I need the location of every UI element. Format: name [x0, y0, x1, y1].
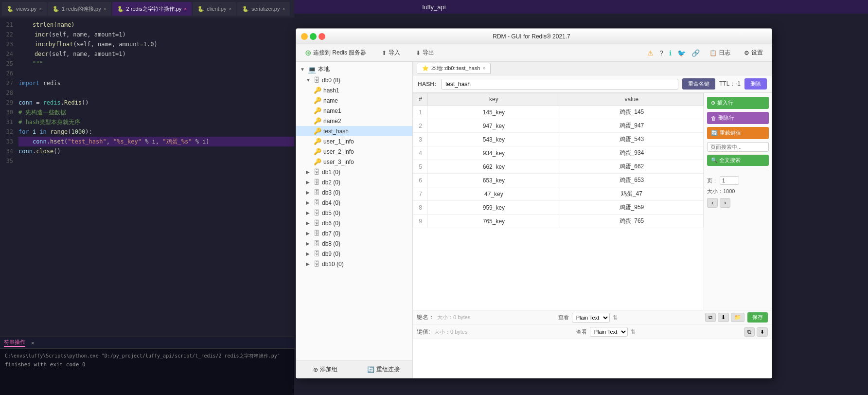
editor-tab-views[interactable]: 🐍 views.py ×	[2, 2, 47, 16]
sidebar-item-name[interactable]: 🔑 name	[296, 95, 412, 106]
sidebar-item-db8[interactable]: ▶ 🗄 db8 (0)	[296, 238, 412, 249]
reload-value-button[interactable]: 🔄 重载键值	[707, 127, 769, 139]
sidebar-item-user2-info[interactable]: 🔑 user_2_info	[296, 146, 412, 157]
delete-row-button[interactable]: 🗑 删除行	[707, 112, 769, 124]
expand-icon: ▶	[306, 169, 312, 175]
close-button[interactable]	[319, 33, 325, 40]
export-button[interactable]: ⬇ 导出	[412, 47, 438, 58]
server-icon: 💻	[308, 66, 316, 73]
window-controls	[301, 33, 325, 40]
page-label: 页：	[707, 177, 718, 184]
link-icon[interactable]: 🔗	[691, 49, 700, 57]
sidebar-item-db5[interactable]: ▶ 🗄 db5 (0)	[296, 208, 412, 218]
table-row[interactable]: 4 934_key 鸡蛋_934	[413, 146, 704, 160]
editor-tab-redis-connect[interactable]: 🐍 1 redis的连接.py ×	[48, 2, 111, 16]
table-row[interactable]: 6 653_key 鸡蛋_653	[413, 174, 704, 187]
hash-tab[interactable]: ⭐ 本地::db0::test_hash ×	[417, 63, 491, 74]
editor-tab-client[interactable]: 🐍 client.py ×	[193, 2, 236, 16]
key-name-input[interactable]	[441, 79, 678, 90]
key-upload-button[interactable]: 📁	[731, 313, 744, 322]
row-key: 934_key	[428, 146, 560, 160]
key-icon: 🔑	[314, 107, 321, 114]
expand-db0-icon: ▼	[306, 77, 312, 83]
reconnect-button[interactable]: 🔄 重组连接	[354, 361, 413, 378]
editor-tab-serializer[interactable]: 🐍 serializer.py ×	[237, 2, 290, 16]
key-download-button[interactable]: ⬇	[718, 313, 729, 322]
delete-key-button[interactable]: 删除	[744, 78, 767, 90]
settings-button[interactable]: ⚙ 设置	[740, 47, 767, 58]
expand-icon: ▶	[306, 261, 312, 267]
row-num: 7	[413, 187, 428, 201]
sidebar-item-db7[interactable]: ▶ 🗄 db7 (0)	[296, 228, 412, 238]
tab-close-button[interactable]: ×	[482, 66, 485, 71]
import-button[interactable]: ⬆ 导入	[378, 47, 404, 58]
terminal: 符串操作 × C:\envs\luffy\Scripts\python.exe …	[0, 337, 294, 395]
page-search-input[interactable]	[707, 142, 769, 152]
twitter-icon[interactable]: 🐦	[677, 49, 686, 57]
key-format-select[interactable]: Plain Text	[572, 313, 610, 323]
table-row[interactable]: 8 959_key 鸡蛋_959	[413, 201, 704, 215]
value-editor-area[interactable]	[413, 339, 772, 378]
sidebar-item-hash1[interactable]: 🔑 hash1	[296, 85, 412, 95]
db7-label: db7 (0)	[322, 230, 340, 237]
add-group-label: 添加组	[320, 365, 337, 374]
table-row[interactable]: 3 543_key 鸡蛋_543	[413, 133, 704, 146]
editor-tab-string-ops[interactable]: 🐍 2 redis之字符串操作.py ×	[112, 2, 192, 16]
full-search-button[interactable]: 🔍 全文搜索	[707, 155, 769, 166]
sidebar-footer: ⊕ 添加组 🔄 重组连接	[296, 360, 412, 378]
tab-close-icon[interactable]: ×	[184, 6, 187, 12]
maximize-button[interactable]	[310, 33, 317, 40]
sidebar-item-db2[interactable]: ▶ 🗄 db2 (0)	[296, 177, 412, 187]
sidebar-item-user1-info[interactable]: 🔑 user_1_info	[296, 136, 412, 146]
key-copy-button[interactable]: ⧉	[705, 313, 716, 322]
page-input[interactable]	[720, 176, 739, 185]
sidebar-item-db9[interactable]: ▶ 🗄 db9 (0)	[296, 249, 412, 259]
key-name2-label: name2	[323, 118, 341, 125]
terminal-tab-label[interactable]: 符串操作	[4, 339, 25, 347]
sidebar-item-local[interactable]: ▼ 💻 本地	[296, 64, 412, 75]
value-format-select[interactable]: Plain Text	[590, 327, 628, 337]
row-value: 鸡蛋_543	[560, 133, 703, 146]
db-icon: 🗄	[314, 209, 320, 216]
insert-row-label: 插入行	[717, 99, 733, 107]
key-icon: 🔑	[314, 127, 321, 135]
minimize-button[interactable]	[301, 33, 308, 40]
sidebar-item-db10[interactable]: ▶ 🗄 db10 (0)	[296, 259, 412, 269]
add-group-button[interactable]: ⊕ 添加组	[296, 361, 354, 378]
value-copy-button[interactable]: ⧉	[744, 327, 755, 337]
next-page-button[interactable]: ›	[720, 198, 730, 208]
sidebar-item-db1[interactable]: ▶ 🗄 db1 (0)	[296, 167, 412, 177]
sidebar-item-name2[interactable]: 🔑 name2	[296, 116, 412, 126]
table-row[interactable]: 2 947_key 鸡蛋_947	[413, 119, 704, 133]
table-row[interactable]: 1 145_key 鸡蛋_145	[413, 106, 704, 119]
sidebar-item-test-hash[interactable]: 🔑 test_hash	[296, 126, 412, 136]
rdm-main: ⭐ 本地::db0::test_hash × HASH: 重命名键 TTL：-1…	[413, 62, 772, 378]
info-icon[interactable]: ℹ	[669, 49, 672, 57]
value-download-button[interactable]: ⬇	[757, 327, 768, 337]
sidebar-item-db6[interactable]: ▶ 🗄 db6 (0)	[296, 218, 412, 228]
sidebar-item-db3[interactable]: ▶ 🗄 db3 (0)	[296, 187, 412, 198]
insert-row-button[interactable]: ⊕ 插入行	[707, 97, 769, 109]
table-row[interactable]: 5 662_key 鸡蛋_662	[413, 160, 704, 174]
terminal-close-icon[interactable]: ×	[31, 340, 34, 346]
sidebar-item-db0[interactable]: ▼ 🗄 db0 (8)	[296, 75, 412, 85]
rename-key-button[interactable]: 重命名键	[682, 78, 715, 90]
data-table-scroll[interactable]: # key value 1 145_key 鸡蛋_145 2 947_key 鸡…	[413, 93, 704, 310]
key-icon: 🔑	[314, 117, 321, 125]
key-hash1-label: hash1	[323, 87, 339, 94]
sidebar-item-user3-info[interactable]: 🔑 user_3_info	[296, 157, 412, 167]
key-field-row: 键名： 大小：0 bytes 查看 Plain Text ⇅ ⧉ ⬇ 📁 保存	[413, 310, 772, 325]
terminal-line-1: C:\envs\luffy\Scripts\python.exe "D:/py_…	[5, 352, 289, 360]
warning-icon[interactable]: ⚠	[647, 49, 654, 57]
help-icon[interactable]: ?	[659, 49, 663, 57]
key-save-button[interactable]: 保存	[747, 312, 768, 323]
import-label: 导入	[389, 49, 400, 57]
prev-page-button[interactable]: ‹	[707, 198, 718, 208]
log-button[interactable]: 📋 日志	[706, 47, 734, 58]
db-icon: 🗄	[314, 250, 320, 257]
sidebar-item-name1[interactable]: 🔑 name1	[296, 106, 412, 116]
table-row[interactable]: 9 765_key 鸡蛋_765	[413, 215, 704, 228]
sidebar-item-db4[interactable]: ▶ 🗄 db4 (0)	[296, 198, 412, 208]
table-row[interactable]: 7 47_key 鸡蛋_47	[413, 187, 704, 201]
connect-server-button[interactable]: ⊕ 连接到 Redis 服务器	[301, 47, 370, 59]
